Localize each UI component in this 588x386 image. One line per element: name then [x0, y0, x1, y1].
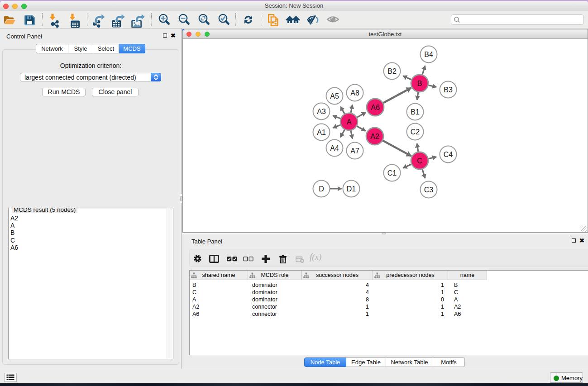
svg-text:C3: C3 [424, 186, 434, 194]
svg-text:C2: C2 [411, 128, 420, 136]
svg-text:A: A [347, 118, 352, 126]
svg-text:B4: B4 [424, 51, 433, 58]
svg-text:B3: B3 [444, 86, 453, 94]
svg-text:A6: A6 [371, 104, 380, 111]
svg-text:B2: B2 [387, 67, 397, 75]
svg-text:A8: A8 [350, 89, 359, 97]
svg-text:A5: A5 [330, 92, 339, 100]
svg-text:D1: D1 [347, 185, 356, 193]
svg-text:A4: A4 [330, 144, 339, 152]
svg-text:C1: C1 [387, 169, 397, 177]
svg-text:B1: B1 [411, 108, 420, 116]
svg-text:C: C [417, 157, 422, 165]
svg-text:D: D [319, 185, 324, 193]
svg-text:B: B [417, 80, 422, 87]
svg-text:A7: A7 [350, 147, 359, 155]
svg-text:A2: A2 [370, 133, 379, 140]
svg-text:A3: A3 [317, 108, 326, 115]
svg-text:C4: C4 [444, 151, 453, 158]
svg-text:A1: A1 [317, 129, 326, 136]
